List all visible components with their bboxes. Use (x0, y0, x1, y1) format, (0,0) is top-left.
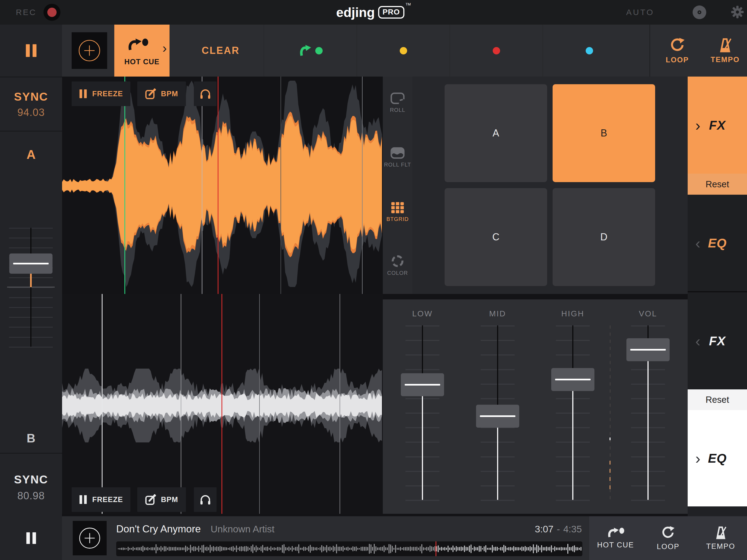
hot-cue-label: HOT CUE (597, 541, 634, 549)
load-track-b-button[interactable] (73, 521, 107, 555)
roll-icon (390, 92, 405, 105)
deck-a-sync-button[interactable]: SYNC (0, 90, 62, 103)
mode-btgrid-button[interactable]: BTGRID (383, 196, 412, 228)
mid-slider-handle[interactable] (476, 405, 519, 428)
freeze-label: FREEZE (92, 495, 123, 504)
fader-active-segment (30, 274, 32, 287)
track-times: 3:07 - 4:35 (465, 522, 582, 536)
high-slider-handle[interactable] (551, 368, 594, 391)
logo-pro-badge: PRO (378, 6, 404, 19)
deck-a-cue-headphones-button[interactable] (194, 81, 216, 106)
divider (0, 453, 62, 454)
fader-handle[interactable] (9, 253, 52, 274)
mid-slider[interactable] (470, 299, 525, 514)
settings-button[interactable] (730, 5, 744, 19)
tempo-label: TEMPO (706, 542, 735, 551)
vol-slider-handle[interactable] (626, 338, 670, 361)
tempo-mode-button[interactable]: TEMPO (703, 25, 747, 77)
bottom-bar: Don't Cry Anymore Unknown Artist 3:07 - … (0, 516, 747, 560)
cue-dot (315, 47, 323, 54)
left-sidebar: SYNC 94.03 A B SYNC 80.98 (0, 25, 62, 516)
loop-mode-label: LOOP (666, 56, 689, 64)
deck-a-fx-reset-button[interactable]: Reset (688, 174, 747, 195)
pad-c[interactable]: C (445, 188, 547, 286)
reset-label: Reset (705, 179, 729, 189)
deck-b-bpm-button[interactable]: BPM (137, 487, 186, 512)
deck-b-fx-label: FX (709, 334, 726, 348)
fader-track[interactable] (30, 287, 31, 347)
logo-text: edjing (336, 5, 375, 20)
deck-a-bpm-button[interactable]: BPM (137, 81, 186, 106)
mode-color-label: COLOR (387, 270, 408, 276)
cue-slot-1[interactable] (264, 25, 357, 77)
slider-track[interactable] (422, 385, 423, 500)
beatgrid-pads: A B C D (412, 77, 688, 294)
clear-cues-button[interactable]: CLEAR (190, 25, 251, 77)
loop-button-bottom[interactable]: LOOP (642, 516, 694, 560)
high-slider[interactable] (545, 299, 600, 514)
cue-slot-4[interactable] (542, 25, 636, 77)
beat-marker (281, 77, 281, 294)
low-slider-handle[interactable] (401, 373, 444, 396)
deck-b-waveform-display[interactable]: FREEZE BPM (62, 294, 383, 514)
handle-line (405, 384, 440, 385)
load-track-a-button[interactable] (72, 32, 107, 69)
pause-icon (79, 495, 87, 505)
tempo-mode-label: TEMPO (711, 55, 740, 64)
deck-b-fx-panel-button[interactable]: ‹ FX (688, 292, 747, 389)
loop-label: LOOP (657, 542, 679, 551)
deck-a-waveform-display[interactable]: FREEZE BPM (62, 77, 383, 294)
deck-a-freeze-button[interactable]: FREEZE (72, 81, 130, 106)
deck-a-eq-panel-button[interactable]: ‹ EQ (688, 195, 747, 291)
color-icon (391, 255, 404, 268)
hot-cue-mode-button[interactable]: › HOT CUE (114, 25, 170, 77)
loop-mode-button[interactable]: LOOP (651, 25, 703, 77)
slider-track[interactable] (647, 350, 649, 500)
handle-line (630, 349, 666, 351)
deck-b-play-pause-button[interactable] (0, 516, 62, 560)
deck-a-play-pause-button[interactable] (0, 25, 62, 77)
fx-mode-rail: ROLL ROLL FLT BTGRID COLOR (383, 77, 412, 294)
mode-color-button[interactable]: COLOR (383, 249, 412, 282)
deck-b-eq-reset-button[interactable]: Reset (688, 389, 747, 410)
mode-roll-flt-button[interactable]: ROLL FLT (383, 141, 412, 174)
track-overview-scrubber[interactable] (116, 541, 583, 556)
cue-marker-green (124, 77, 125, 294)
deck-b-cue-headphones-button[interactable] (194, 487, 216, 512)
deck-b-waveform (62, 294, 383, 514)
pad-b[interactable]: B (552, 84, 655, 182)
hot-cue-icon (607, 527, 624, 538)
headphones-icon (199, 494, 211, 505)
library-button[interactable] (692, 5, 706, 19)
edjing-pro-app: REC edjing PRO TM AUTO (0, 0, 747, 560)
slider-track[interactable] (497, 416, 498, 500)
loop-icon (669, 37, 685, 53)
hot-cue-button-bottom[interactable]: HOT CUE (589, 516, 642, 560)
low-slider[interactable] (395, 299, 450, 514)
slider-track[interactable] (572, 380, 573, 500)
chevron-left-icon: ‹ (695, 332, 700, 350)
automix-button[interactable]: AUTO (626, 0, 654, 25)
cue-slot-3[interactable] (449, 25, 542, 77)
deck-a-label: A (0, 147, 62, 162)
handle-line (480, 415, 515, 417)
divider (649, 25, 650, 77)
cue-slots (264, 25, 636, 77)
track-title: Don't Cry Anymore (116, 524, 201, 535)
logo-trademark: TM (406, 2, 411, 6)
rail-footer (688, 506, 747, 516)
deck-a-volume-fader[interactable] (5, 228, 57, 348)
deck-b-playhead (222, 294, 222, 514)
pad-a[interactable]: A (445, 84, 547, 182)
deck-a-fx-panel-button[interactable]: › FX (688, 77, 747, 174)
deck-b-eq-panel-button[interactable]: › EQ (688, 410, 747, 506)
pad-d[interactable]: D (552, 188, 655, 286)
deck-b-freeze-button[interactable]: FREEZE (72, 487, 130, 512)
slider-track[interactable] (497, 325, 498, 416)
cue-slot-2[interactable] (357, 25, 449, 77)
deck-b-sync-button[interactable]: SYNC (0, 473, 62, 486)
vol-slider[interactable] (621, 299, 675, 514)
tempo-button-bottom[interactable]: TEMPO (695, 516, 747, 560)
mode-roll-button[interactable]: ROLL (383, 86, 412, 119)
eq-mixer-panel: LOW MID HIGH VOL (383, 299, 688, 514)
